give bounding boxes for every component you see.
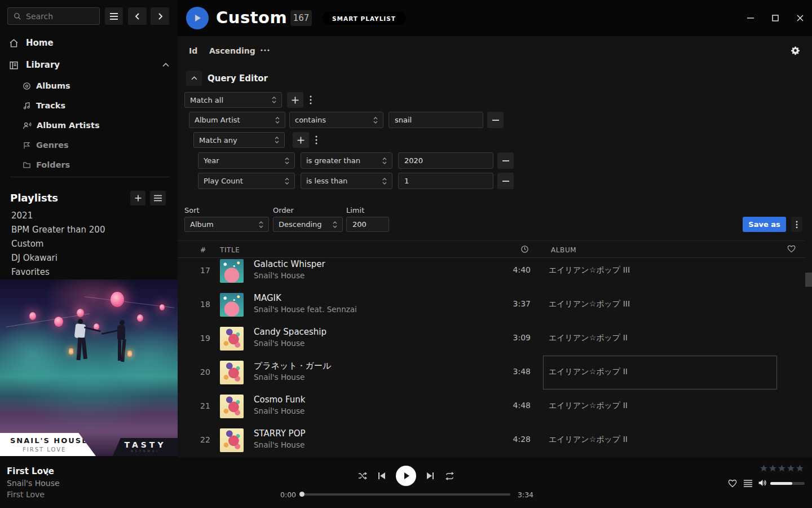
rule-op-select[interactable]: is less than [301,173,392,189]
rule-op-select[interactable]: is greater than [301,152,392,169]
add-playlist-button[interactable] [130,191,145,205]
group-menu-button[interactable] [310,95,312,104]
close-button[interactable] [796,14,805,23]
column-title[interactable]: TITLE [220,246,240,254]
next-icon [426,472,434,480]
sidebar-item-label: Home [26,38,54,48]
limit-input[interactable]: 200 [346,217,389,232]
favorite-button[interactable] [728,479,737,488]
column-album[interactable]: ALBUM [551,246,576,254]
table-row[interactable]: 21 Cosmo Funk Snail's House 4:48 エイリアン☆ポ… [178,389,805,423]
sort-order-button[interactable]: Ascending [209,46,255,55]
star-icon [787,464,795,472]
sort-select[interactable]: Album [184,217,269,232]
next-button[interactable] [426,472,434,480]
playlist-item[interactable]: BPM Greater than 200 [11,225,105,235]
play-playlist-button[interactable] [186,7,209,29]
select-caret-icon [275,137,279,143]
sidebar-item-label: Library [26,60,60,70]
now-playing-menu-button[interactable] [46,468,48,476]
table-row[interactable]: 22 STARRY POP Snail's House 4:28 エイリアン☆ポ… [178,423,805,457]
rule-field-select[interactable]: Album Artist [189,112,285,128]
select-caret-icon [382,157,387,164]
album-art-label: TASTY BSTNMXI [113,438,178,456]
queue-button[interactable] [744,480,752,487]
rating-stars[interactable] [760,464,804,472]
column-index[interactable]: # [200,246,206,254]
repeat-icon [445,472,454,480]
settings-button[interactable] [791,46,800,55]
save-menu-button[interactable] [791,217,802,232]
order-select[interactable]: Descending [273,217,343,232]
rule-value-input[interactable]: 1 [398,173,493,189]
rule-field-select[interactable]: Year [198,152,295,169]
heart-icon [728,479,737,488]
heart-icon[interactable] [787,245,796,253]
collapse-query-editor-button[interactable] [186,71,202,86]
remove-rule-button[interactable] [497,152,514,169]
menu-button[interactable] [105,7,123,25]
nav-forward-button[interactable] [151,7,169,25]
remove-rule-button[interactable] [497,173,514,189]
playlist-item[interactable]: Custom [11,239,43,249]
save-as-button[interactable]: Save as [743,217,786,232]
album-art-artist: SNAIL'S HOUSE [10,436,96,445]
sidebar-item-album-artists[interactable]: Album Artists [23,121,100,130]
sidebar-item-albums[interactable]: Albums [23,81,70,90]
nav-back-button[interactable] [128,7,147,25]
rule-value-input[interactable]: snail [389,112,483,128]
add-rule-button[interactable] [293,132,309,148]
select-caret-icon [275,117,280,124]
sidebar-item-genres[interactable]: Genres [23,141,69,150]
progress-handle[interactable] [299,492,304,497]
repeat-button[interactable] [445,472,454,480]
table-row[interactable]: 19 Candy Spaceship Snail's House 3:09 エイ… [178,322,805,356]
search-box[interactable] [7,7,100,25]
select-caret-icon [373,117,378,124]
table-row[interactable]: 17 Galactic Whisper Snail's House 4:40 エ… [178,259,805,288]
sidebar-item-folders[interactable]: Folders [23,160,70,169]
select-caret-icon [272,97,276,103]
group-menu-button[interactable] [315,135,317,144]
note-icon [23,102,31,110]
volume-fill [770,482,792,485]
rule-value-input[interactable]: 2020 [398,152,493,169]
table-header: # TITLE ALBUM [178,240,805,258]
playlist-item[interactable]: DJ Okawari [11,253,58,263]
remove-rule-button[interactable] [487,112,504,128]
more-options-button[interactable] [260,49,270,52]
lantern [111,292,124,307]
collapse-library-icon[interactable] [162,63,169,67]
sort-label: Sort [184,206,200,214]
playlist-item[interactable]: 2021 [11,211,33,221]
sort-field-button[interactable]: Id [189,46,197,55]
add-rule-button[interactable] [287,92,303,108]
rule-op-select[interactable]: contains [289,112,383,128]
playlist-item[interactable]: Favorites [11,267,50,277]
order-label: Order [273,206,294,214]
match-select[interactable]: Match any [193,132,285,148]
playlist-list-button[interactable] [150,191,166,205]
sidebar-item-tracks[interactable]: Tracks [23,101,65,110]
home-icon [9,38,19,48]
progress-bar[interactable] [302,493,510,496]
scrollbar-thumb[interactable] [805,273,812,287]
sidebar-item-library[interactable]: Library [9,58,169,72]
track-art [220,293,244,317]
rule-field-select[interactable]: Play Count [198,173,295,189]
search-input[interactable] [26,12,88,21]
match-select[interactable]: Match all [184,92,282,108]
kebab-icon [46,468,48,476]
clock-icon[interactable] [520,245,529,253]
shuffle-button[interactable] [358,471,367,480]
table-row[interactable]: 18 MAGIK Snail's House feat. Sennzai 3:3… [178,288,805,322]
play-button[interactable] [396,466,416,486]
maximize-button[interactable] [771,14,780,23]
table-row[interactable]: 20 プラネット・ガール Snail's House 3:48 エイリアン☆ポッ… [178,356,805,389]
sidebar-item-home[interactable]: Home [9,36,54,50]
previous-button[interactable] [378,472,386,480]
minimize-button[interactable] [746,14,755,23]
chevron-right-icon [157,13,164,20]
volume-button[interactable] [758,479,767,487]
plus-icon [297,137,304,144]
